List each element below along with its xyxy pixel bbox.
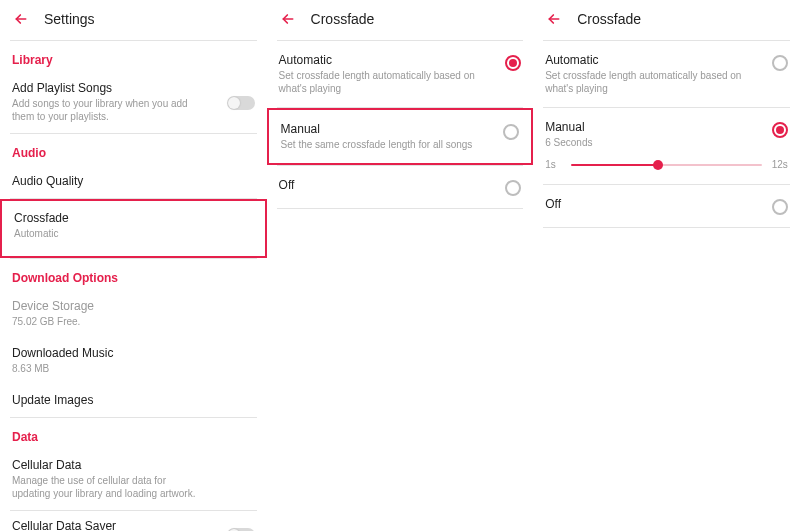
radio-automatic[interactable] [772,55,788,71]
row-title: Update Images [12,393,255,407]
option-manual[interactable]: Manual Set the same crossfade length for… [267,108,534,165]
option-title: Off [545,197,764,211]
back-arrow-icon[interactable] [277,8,299,30]
toggle-data-saver[interactable] [227,528,255,532]
option-subtitle: Set crossfade length automatically based… [279,69,498,95]
row-crossfade[interactable]: Crossfade Automatic [0,199,267,258]
header: Crossfade [533,0,800,40]
section-library: Library [0,41,267,73]
row-title: Downloaded Music [12,346,255,360]
crossfade-slider-row: 1s 12s [533,153,800,184]
option-manual[interactable]: Manual 6 Seconds [533,108,800,153]
option-title: Off [279,178,498,192]
row-subtitle: Manage the use of cellular data for upda… [12,474,202,500]
slider-min-label: 1s [545,159,563,170]
crossfade-panel-a: Crossfade Automatic Set crossfade length… [267,0,534,531]
row-title: Cellular Data Saver [12,519,255,531]
divider [277,208,524,209]
toggle-add-playlist[interactable] [227,96,255,110]
slider-thumb-icon[interactable] [653,160,663,170]
crossfade-slider[interactable] [571,164,762,166]
option-automatic[interactable]: Automatic Set crossfade length automatic… [267,41,534,107]
row-add-playlist-songs[interactable]: Add Playlist Songs Add songs to your lib… [0,73,267,133]
row-subtitle: Add songs to your library when you add t… [12,97,202,123]
option-title: Automatic [545,53,764,67]
page-title: Crossfade [311,11,375,27]
radio-manual[interactable] [503,124,519,140]
settings-panel: Settings Library Add Playlist Songs Add … [0,0,267,531]
section-download: Download Options [0,259,267,291]
back-arrow-icon[interactable] [543,8,565,30]
radio-manual[interactable] [772,122,788,138]
option-subtitle: 6 Seconds [545,136,764,149]
divider [543,227,790,228]
row-update-images[interactable]: Update Images [0,385,267,417]
option-automatic[interactable]: Automatic Set crossfade length automatic… [533,41,800,107]
slider-max-label: 12s [770,159,788,170]
row-cellular-data-saver[interactable]: Cellular Data Saver Sets your music and … [0,511,267,531]
option-title: Manual [281,122,496,136]
option-title: Automatic [279,53,498,67]
option-subtitle: Set the same crossfade length for all so… [281,138,496,151]
page-title: Settings [44,11,95,27]
row-title: Cellular Data [12,458,255,472]
row-subtitle: 8.63 MB [12,362,202,375]
radio-automatic[interactable] [505,55,521,71]
page-title: Crossfade [577,11,641,27]
row-downloaded-music[interactable]: Downloaded Music 8.63 MB [0,338,267,385]
option-off[interactable]: Off [267,166,534,208]
row-audio-quality[interactable]: Audio Quality [0,166,267,198]
radio-off[interactable] [772,199,788,215]
section-data: Data [0,418,267,450]
row-cellular-data[interactable]: Cellular Data Manage the use of cellular… [0,450,267,510]
option-title: Manual [545,120,764,134]
option-subtitle: Set crossfade length automatically based… [545,69,764,95]
row-title: Audio Quality [12,174,255,188]
crossfade-panel-b: Crossfade Automatic Set crossfade length… [533,0,800,531]
section-audio: Audio [0,134,267,166]
header: Settings [0,0,267,40]
header: Crossfade [267,0,534,40]
row-title: Device Storage [12,299,255,313]
row-device-storage[interactable]: Device Storage 75.02 GB Free. [0,291,267,338]
option-off[interactable]: Off [533,185,800,227]
row-title: Add Playlist Songs [12,81,255,95]
row-title: Crossfade [14,211,253,225]
row-subtitle: 75.02 GB Free. [12,315,202,328]
radio-off[interactable] [505,180,521,196]
back-arrow-icon[interactable] [10,8,32,30]
row-subtitle: Automatic [14,227,204,240]
